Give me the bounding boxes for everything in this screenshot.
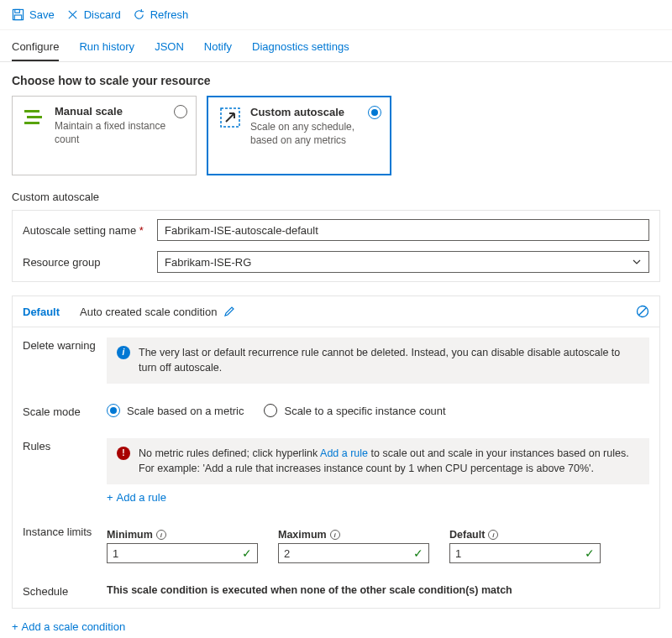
minimum-input[interactable]: 1✓ (107, 543, 258, 563)
info-icon: i (117, 346, 130, 359)
custom-autoscale-icon (218, 106, 242, 129)
tab-bar: Configure Run history JSON Notify Diagno… (0, 30, 672, 62)
close-icon (66, 8, 79, 21)
svg-rect-1 (15, 9, 20, 13)
refresh-icon (133, 8, 145, 21)
save-icon (12, 8, 24, 21)
schedule-label: Schedule (23, 583, 107, 598)
autoscale-form: Autoscale setting name Resource group Fa… (12, 210, 660, 282)
tab-json[interactable]: JSON (155, 37, 184, 61)
scale-mode-count-label: Scale to a specific instance count (284, 405, 445, 417)
check-icon: ✓ (413, 546, 423, 560)
rules-warning-bar: ! No metric rules defined; click hyperli… (107, 438, 649, 484)
scale-condition-label: Auto created scale condition (80, 306, 217, 318)
custom-autoscale-radio[interactable] (368, 106, 381, 119)
command-bar: Save Discard Refresh (0, 0, 672, 30)
refresh-button[interactable]: Refresh (133, 8, 189, 21)
scale-condition-name[interactable]: Default (23, 306, 60, 318)
scale-mode-count-radio[interactable]: Scale to a specific instance count (264, 404, 445, 417)
maximum-label: Maximum (278, 529, 327, 541)
schedule-text: This scale condition is executed when no… (107, 584, 512, 596)
delete-warning-label: Delete warning (23, 337, 107, 352)
custom-autoscale-body: Custom autoscale Scale on any schedule, … (250, 106, 380, 165)
tab-diagnostics-settings[interactable]: Diagnostics settings (252, 37, 349, 61)
radio-unchecked-icon (264, 404, 277, 417)
add-a-scale-condition-label: Add a scale condition (22, 620, 126, 633)
scale-option-cards: Manual scale Maintain a fixed instance c… (0, 96, 672, 175)
disable-icon[interactable] (636, 305, 649, 318)
instance-limits-label: Instance limits (23, 524, 107, 538)
refresh-label: Refresh (150, 8, 189, 21)
custom-autoscale-card[interactable]: Custom autoscale Scale on any schedule, … (207, 96, 391, 175)
rules-label: Rules (23, 438, 107, 452)
info-outline-icon[interactable]: i (330, 530, 340, 540)
check-icon: ✓ (242, 546, 252, 560)
discard-label: Discard (84, 8, 121, 21)
delete-warning-text: The very last or default recurrence rule… (139, 346, 639, 375)
scale-mode-metric-label: Scale based on a metric (127, 405, 244, 417)
manual-scale-card[interactable]: Manual scale Maintain a fixed instance c… (12, 96, 197, 175)
manual-scale-body: Manual scale Maintain a fixed instance c… (55, 105, 186, 166)
svg-rect-5 (24, 110, 39, 112)
radio-checked-icon (107, 404, 120, 417)
add-a-scale-condition-link[interactable]: + Add a scale condition (0, 609, 137, 638)
plus-icon: + (107, 491, 113, 504)
svg-rect-7 (24, 122, 39, 124)
info-outline-icon[interactable]: i (488, 530, 498, 540)
add-a-rule-inline-link[interactable]: Add a rule (320, 447, 368, 459)
autoscale-name-input[interactable] (157, 219, 649, 241)
minimum-label: Minimum (107, 529, 153, 541)
scale-mode-label: Scale mode (23, 404, 107, 418)
add-a-rule-label: Add a rule (117, 491, 166, 504)
custom-autoscale-title: Custom autoscale (250, 106, 380, 118)
tab-notify[interactable]: Notify (204, 37, 232, 61)
info-outline-icon[interactable]: i (156, 530, 166, 540)
save-button[interactable]: Save (12, 8, 55, 21)
plus-icon: + (12, 620, 18, 633)
chevron-down-icon (632, 257, 642, 267)
rules-warning-text: No metric rules defined; click hyperlink… (139, 447, 639, 476)
warning-icon: ! (117, 447, 130, 460)
section-title: Choose how to scale your resource (0, 62, 672, 96)
svg-rect-2 (14, 15, 21, 20)
resource-group-select[interactable]: Fabrikam-ISE-RG (157, 251, 649, 273)
default-label: Default (449, 529, 485, 541)
discard-button[interactable]: Discard (66, 8, 121, 21)
svg-rect-6 (27, 116, 42, 118)
check-icon: ✓ (585, 546, 595, 560)
add-a-rule-link[interactable]: + Add a rule (107, 491, 166, 504)
edit-icon[interactable] (223, 306, 235, 317)
resource-group-label: Resource group (23, 256, 157, 269)
tab-configure[interactable]: Configure (12, 37, 59, 61)
maximum-input[interactable]: 2✓ (278, 543, 429, 563)
resource-group-value: Fabrikam-ISE-RG (165, 256, 251, 269)
svg-line-10 (639, 308, 647, 316)
scale-condition-card: Default Auto created scale condition Del… (12, 295, 660, 609)
autoscale-name-label: Autoscale setting name (23, 224, 157, 237)
scale-condition-header: Default Auto created scale condition (13, 296, 659, 327)
tab-run-history[interactable]: Run history (79, 37, 134, 61)
delete-warning-bar: i The very last or default recurrence ru… (107, 337, 649, 384)
scale-mode-metric-radio[interactable]: Scale based on a metric (107, 404, 244, 417)
custom-autoscale-sub: Scale on any schedule, based on any metr… (250, 120, 380, 147)
manual-scale-radio[interactable] (174, 105, 187, 118)
save-label: Save (29, 8, 55, 21)
manual-scale-icon (23, 105, 46, 128)
default-input[interactable]: 1✓ (449, 543, 601, 563)
custom-autoscale-heading: Custom autoscale (0, 175, 672, 210)
manual-scale-sub: Maintain a fixed instance count (55, 119, 186, 146)
manual-scale-title: Manual scale (55, 105, 186, 118)
